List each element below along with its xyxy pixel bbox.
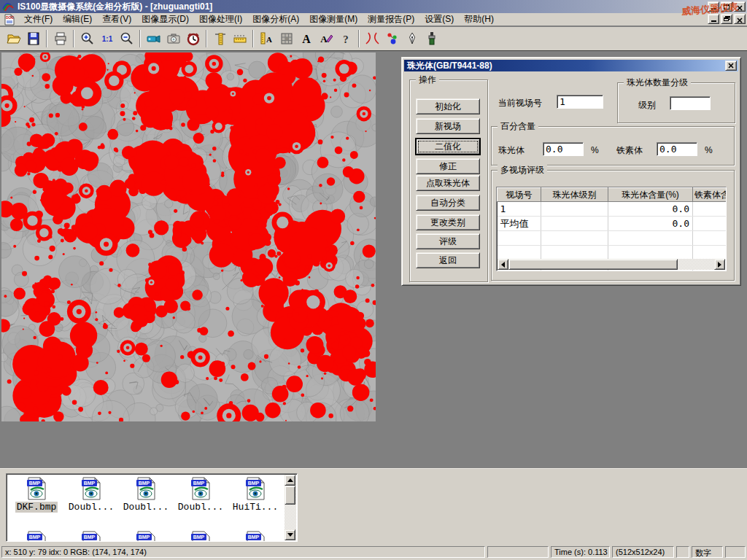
- dialog-close-button[interactable]: [725, 61, 737, 71]
- ruler-icon: [233, 31, 247, 46]
- new-field-button[interactable]: 新视场: [416, 118, 480, 134]
- mdi-restore-button[interactable]: [721, 14, 732, 24]
- file-item[interactable]: BMP Doubl...: [64, 477, 118, 513]
- binarize-button[interactable]: 二值化: [416, 139, 480, 155]
- menu-help[interactable]: 帮助(H): [459, 12, 499, 26]
- table-row[interactable]: [498, 231, 727, 246]
- col-pearlite-grade[interactable]: 珠光体级别: [541, 188, 608, 202]
- menu-image-analysis[interactable]: 图像分析(A): [247, 12, 304, 26]
- brush-button[interactable]: [422, 30, 441, 48]
- pearlite-percent-input[interactable]: [543, 142, 584, 156]
- bmp-file-icon: BMP: [80, 477, 102, 500]
- actual-size-button[interactable]: 1:1: [98, 30, 116, 48]
- toolbar-separator: [358, 30, 360, 47]
- grid-button[interactable]: [277, 30, 295, 48]
- file-item[interactable]: BMP Doubl...: [119, 477, 173, 513]
- col-ferrite-content[interactable]: 铁素体含量(%): [693, 188, 727, 202]
- grade-input[interactable]: [670, 96, 711, 110]
- mdi-minimize-button[interactable]: [708, 14, 719, 24]
- menu-image-measure[interactable]: 图像测量(M): [304, 12, 363, 26]
- zoom-in-button[interactable]: [78, 30, 96, 48]
- dialog-title-bar[interactable]: 珠光体(GB/T9441-88): [404, 60, 738, 71]
- cell: 平均值: [498, 217, 541, 231]
- print-button[interactable]: [51, 30, 69, 48]
- file-item[interactable]: BMP Doubl...: [174, 477, 228, 513]
- classify-button[interactable]: [383, 30, 401, 48]
- specimen-image[interactable]: [1, 52, 376, 421]
- maximize-button[interactable]: [721, 1, 732, 12]
- zoom-out-icon: [120, 31, 134, 46]
- return-button[interactable]: 返回: [416, 252, 480, 268]
- capture-photo-button[interactable]: [164, 30, 182, 48]
- bmp-file-icon: BMP: [135, 531, 157, 542]
- menu-measure-report[interactable]: 测量报告(P): [363, 12, 419, 26]
- status-empty-panel: [487, 546, 549, 558]
- menu-view[interactable]: 查看(V): [97, 12, 136, 26]
- bottom-panel: BMP DKF.bmp BMP Doubl... BMP Doubl... BM…: [0, 468, 747, 544]
- file-item[interactable]: BMP: [174, 531, 228, 542]
- text-button[interactable]: A: [297, 30, 315, 48]
- scroll-up-button[interactable]: [285, 475, 295, 486]
- scroll-right-button[interactable]: [714, 259, 725, 270]
- initialize-button[interactable]: 初始化: [416, 98, 480, 114]
- file-item[interactable]: BMP: [64, 531, 118, 542]
- pick-pearlite-button[interactable]: 点取珠光体: [416, 175, 480, 191]
- menu-file[interactable]: 文件(F): [19, 12, 58, 26]
- arrow-left-icon: [501, 262, 505, 268]
- cell: [498, 246, 541, 260]
- toolbar-separator: [139, 30, 141, 47]
- table-row[interactable]: 1 0.0: [498, 202, 727, 217]
- correct-button[interactable]: 修正: [416, 158, 480, 174]
- curve-tool-button[interactable]: [363, 30, 382, 48]
- file-item[interactable]: BMP DKF.bmp: [9, 477, 63, 513]
- zoom-out-button[interactable]: [117, 30, 136, 48]
- annotate-icon: A: [319, 31, 333, 46]
- file-item[interactable]: BMP: [9, 531, 63, 542]
- timer-button[interactable]: [184, 30, 202, 48]
- current-field-input[interactable]: [557, 95, 603, 109]
- ruler-button[interactable]: [231, 30, 249, 48]
- file-item[interactable]: BMP HuiTi...: [228, 477, 282, 513]
- grade-group: 珠光体数量分级 级别: [617, 82, 735, 123]
- menu-image-display[interactable]: 图像显示(D): [136, 12, 194, 26]
- rate-button[interactable]: 评级: [416, 233, 480, 249]
- open-button[interactable]: [4, 30, 23, 48]
- annotate-button[interactable]: A: [317, 30, 335, 48]
- menu-image-processing[interactable]: 图像处理(I): [194, 12, 247, 26]
- status-empty-panel: [676, 546, 689, 558]
- close-icon: [737, 18, 743, 23]
- scrollbar-thumb[interactable]: [285, 486, 295, 505]
- save-button[interactable]: [24, 30, 42, 48]
- minimize-button[interactable]: [708, 1, 719, 12]
- cell: [541, 246, 608, 260]
- pearlite-percent-label: 珠光体: [498, 145, 525, 155]
- file-name: Doubl...: [177, 502, 225, 513]
- scroll-down-button[interactable]: [285, 529, 295, 540]
- file-item[interactable]: BMP: [119, 531, 173, 542]
- table-row[interactable]: [498, 246, 727, 260]
- caliper-button[interactable]: [211, 30, 229, 48]
- cell: [693, 231, 727, 246]
- close-button[interactable]: [734, 1, 746, 12]
- table-row[interactable]: 平均值 0.0: [498, 217, 727, 231]
- menu-edit[interactable]: 编辑(E): [58, 12, 97, 26]
- scrollbar-thumb[interactable]: [508, 259, 678, 270]
- mdi-close-button[interactable]: [734, 14, 746, 24]
- capture-video-button[interactable]: [144, 30, 163, 48]
- file-item[interactable]: BMP: [228, 531, 282, 542]
- col-pearlite-content[interactable]: 珠光体含量(%): [608, 188, 693, 202]
- ferrite-percent-input[interactable]: [657, 142, 697, 156]
- svg-text:BMP: BMP: [139, 534, 150, 540]
- minimize-icon: [711, 20, 716, 22]
- help-button[interactable]: ?: [336, 30, 355, 48]
- change-class-button[interactable]: 更改类别: [416, 214, 480, 230]
- printer-icon: [53, 31, 68, 46]
- measure-text-button[interactable]: A: [258, 30, 276, 48]
- col-field-no[interactable]: 视场号: [498, 188, 541, 202]
- file-name: Doubl...: [67, 502, 115, 513]
- pen-button[interactable]: [403, 30, 421, 48]
- cell: [608, 231, 693, 246]
- auto-classify-button[interactable]: 自动分类: [416, 195, 480, 211]
- menu-settings[interactable]: 设置(S): [419, 12, 459, 26]
- scroll-left-button[interactable]: [498, 259, 508, 270]
